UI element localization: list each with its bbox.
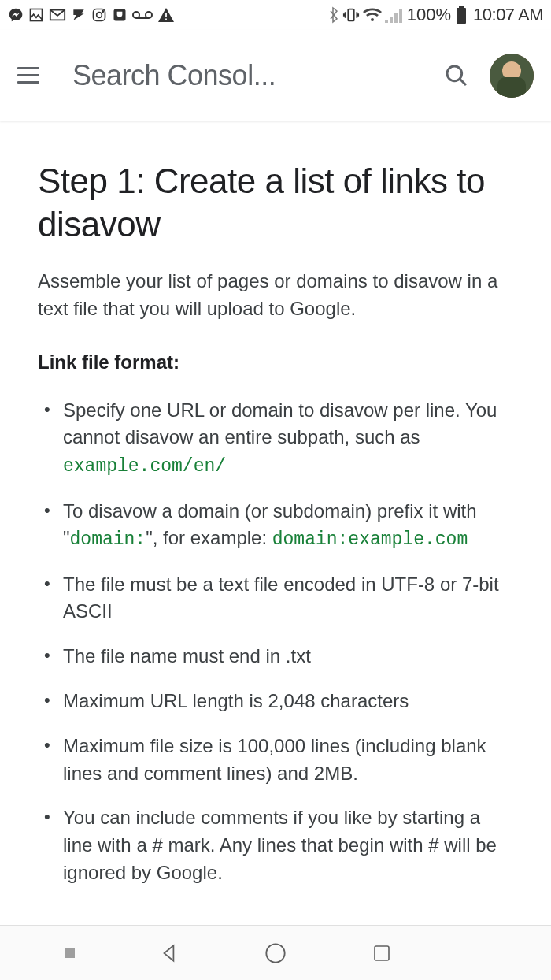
- svg-point-5: [133, 12, 139, 18]
- clock-text: 10:07 AM: [473, 5, 543, 25]
- status-notification-icons: [8, 7, 175, 23]
- rule-item: To disavow a domain (or subdomain) prefi…: [39, 498, 513, 554]
- nav-assist-indicator: [65, 948, 75, 958]
- rule-item: The file must be a text file encoded in …: [39, 571, 513, 626]
- svg-point-3: [102, 11, 104, 13]
- warning-icon: [157, 7, 175, 23]
- svg-rect-0: [31, 9, 43, 21]
- z-app-icon: [71, 7, 87, 23]
- instagram-icon: [91, 7, 107, 23]
- android-nav-bar: [0, 925, 551, 980]
- menu-button[interactable]: [17, 60, 49, 91]
- code-snippet: domain:: [70, 529, 146, 550]
- svg-point-10: [447, 66, 462, 81]
- rule-item: You can include comments if you like by …: [39, 804, 513, 886]
- app-title: Search Consol...: [72, 59, 439, 92]
- page-content[interactable]: Step 1: Create a list of links to disavo…: [0, 121, 551, 925]
- home-button[interactable]: [264, 941, 287, 965]
- voicemail-icon: [132, 9, 153, 20]
- svg-rect-9: [459, 6, 464, 8]
- wifi-icon: [363, 7, 382, 23]
- intro-paragraph: Assemble your list of pages or domains t…: [38, 268, 513, 323]
- code-snippet: example.com/en/: [63, 456, 226, 477]
- step-heading: Step 1: Create a list of links to disavo…: [38, 159, 513, 246]
- back-button[interactable]: [157, 941, 181, 965]
- android-status-bar: 100% 10:07 AM: [0, 0, 551, 30]
- search-icon: [444, 63, 469, 88]
- format-subhead: Link file format:: [38, 351, 513, 373]
- messenger-icon: [8, 7, 24, 23]
- status-system-icons: 100% 10:07 AM: [328, 5, 543, 25]
- trophy-icon: [112, 7, 128, 23]
- svg-point-6: [146, 12, 152, 18]
- svg-rect-7: [348, 9, 353, 21]
- gmail-icon: [49, 8, 66, 22]
- code-snippet: domain:example.com: [272, 529, 468, 550]
- rule-item: Maximum file size is 100,000 lines (incl…: [39, 733, 513, 788]
- vibrate-icon: [342, 6, 360, 24]
- svg-rect-12: [375, 946, 389, 960]
- battery-text: 100%: [407, 5, 451, 25]
- rule-item: Specify one URL or domain to disavow per…: [39, 397, 513, 481]
- svg-point-11: [266, 944, 284, 962]
- search-button[interactable]: [439, 58, 474, 93]
- format-rules-list: Specify one URL or domain to disavow per…: [38, 397, 513, 887]
- app-bar: Search Consol...: [0, 30, 551, 121]
- recents-button[interactable]: [370, 941, 394, 965]
- svg-rect-8: [457, 8, 466, 24]
- svg-point-2: [97, 13, 102, 18]
- photos-icon: [28, 7, 44, 23]
- bluetooth-icon: [328, 6, 339, 24]
- cellular-signal-icon: [385, 7, 402, 23]
- account-avatar[interactable]: [490, 54, 534, 98]
- rule-item: Maximum URL length is 2,048 characters: [39, 688, 513, 715]
- battery-icon: [456, 6, 467, 24]
- rule-item: The file name must end in .txt: [39, 643, 513, 670]
